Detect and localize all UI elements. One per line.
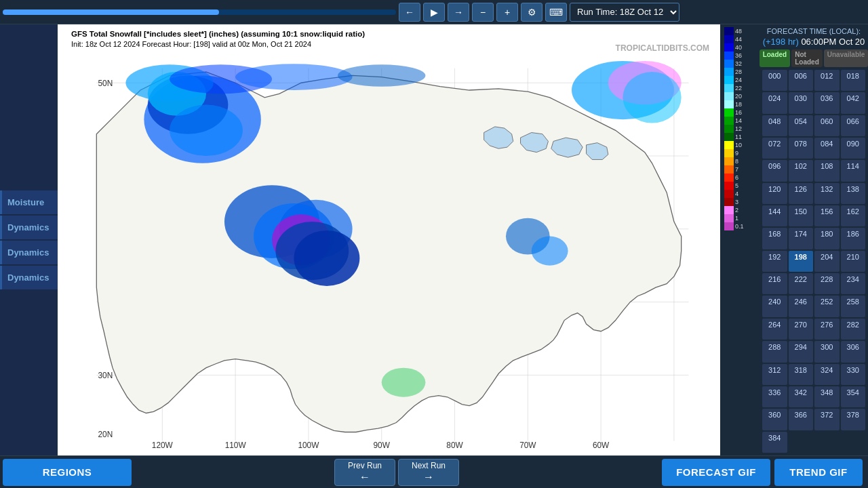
forecast-hour-cell[interactable]: 000 — [762, 70, 787, 91]
svg-point-44 — [382, 368, 426, 397]
forecast-hour-cell[interactable]: 048 — [762, 115, 787, 136]
sidebar-item-moisture[interactable]: Moisture — [0, 190, 58, 214]
forecast-hour-cell[interactable]: 216 — [762, 273, 787, 294]
zoom-in-button[interactable]: + — [496, 3, 518, 22]
regions-button[interactable]: REGIONS — [3, 459, 132, 486]
forecast-hour-cell[interactable]: 060 — [814, 115, 840, 136]
forecast-time-value: (+198 hr) 06:00PM Oct 20 — [762, 37, 865, 47]
scale-row: 12 — [724, 125, 741, 133]
forecast-hour-cell[interactable]: 246 — [789, 296, 814, 317]
forecast-hour-cell[interactable]: 174 — [789, 228, 814, 249]
forecast-hour-cell[interactable]: 126 — [789, 183, 814, 204]
scale-color-box — [724, 133, 734, 141]
forecast-hour-cell[interactable]: 084 — [814, 138, 840, 159]
next-run-button[interactable]: Next Run → — [398, 459, 459, 486]
forecast-hour-cell[interactable]: 318 — [789, 364, 814, 385]
forecast-hour-cell[interactable]: 372 — [814, 409, 840, 430]
scale-label: 18 — [735, 101, 742, 108]
forecast-hour-cell[interactable]: 378 — [841, 409, 866, 430]
forecast-hour-cell[interactable]: 186 — [841, 228, 866, 249]
forecast-hour-cell[interactable]: 096 — [762, 160, 787, 181]
forecast-hour-cell[interactable]: 114 — [841, 160, 866, 181]
forecast-hour-cell[interactable]: 030 — [789, 92, 814, 113]
forecast-hour-cell[interactable]: 138 — [841, 183, 866, 204]
scale-color-box — [724, 198, 734, 206]
scale-label: 22 — [735, 85, 742, 92]
forecast-hour-cell[interactable]: 078 — [789, 138, 814, 159]
sidebar-item-dynamics2[interactable]: Dynamics — [0, 241, 58, 264]
forecast-hour-cell[interactable]: 204 — [814, 251, 840, 272]
forecast-hour-cell[interactable]: 300 — [814, 341, 840, 362]
sidebar-item-dynamics3[interactable]: Dynamics — [0, 266, 58, 289]
forecast-hour-cell[interactable]: 312 — [762, 364, 787, 385]
forecast-hour-cell[interactable]: 222 — [789, 273, 814, 294]
forecast-hour-cell[interactable]: 270 — [789, 319, 814, 340]
scale-row: 20 — [724, 92, 741, 100]
scale-color-box — [724, 108, 734, 117]
forecast-hour-cell[interactable]: 090 — [841, 138, 866, 159]
forecast-hour-cell[interactable]: 348 — [814, 386, 840, 407]
map-container[interactable]: GFS Total Snowfall [*includes sleet*] (i… — [58, 24, 720, 455]
forecast-hour-cell[interactable]: 354 — [841, 386, 866, 407]
sidebar-item-dynamics1[interactable]: Dynamics — [0, 216, 58, 239]
svg-text:80W: 80W — [446, 441, 463, 450]
forecast-hour-cell[interactable]: 258 — [841, 296, 866, 317]
forecast-hour-cell[interactable]: 180 — [814, 228, 840, 249]
forecast-hour-cell[interactable]: 366 — [789, 409, 814, 430]
forecast-hour-cell[interactable]: 330 — [841, 364, 866, 385]
forecast-hour-cell[interactable]: 144 — [762, 205, 787, 226]
forecast-hour-cell[interactable]: 294 — [789, 341, 814, 362]
forecast-hour-cell[interactable]: 006 — [789, 70, 814, 91]
keyboard-button[interactable]: ⌨ — [545, 3, 567, 22]
forecast-hour-cell[interactable]: 234 — [841, 273, 866, 294]
forecast-hour-cell[interactable]: 276 — [814, 319, 840, 340]
prev-frame-button[interactable]: ← — [399, 3, 420, 22]
scale-color-box — [724, 157, 734, 165]
play-button[interactable]: ▶ — [423, 3, 445, 22]
forecast-gif-button[interactable]: FORECAST GIF — [662, 459, 770, 486]
forecast-hour-cell[interactable]: 324 — [814, 364, 840, 385]
run-time-select[interactable]: Run Time: 18Z Oct 12Run Time: 12Z Oct 12… — [570, 3, 679, 22]
forecast-hour-cell[interactable]: 102 — [789, 160, 814, 181]
scale-row: 11 — [724, 133, 741, 141]
forecast-hour-cell[interactable]: 018 — [841, 70, 866, 91]
settings-button[interactable]: ⚙ — [521, 3, 542, 22]
zoom-out-button[interactable]: − — [472, 3, 494, 22]
scale-color-box — [724, 190, 734, 198]
trend-gif-button[interactable]: TREND GIF — [774, 459, 863, 486]
forecast-hour-cell[interactable]: 240 — [762, 296, 787, 317]
scale-label: 0.1 — [735, 223, 744, 230]
forecast-hour-cell[interactable]: 156 — [814, 205, 840, 226]
progress-bar[interactable] — [3, 9, 396, 15]
forecast-hour-cell[interactable]: 228 — [814, 273, 840, 294]
forecast-hour-cell[interactable]: 042 — [841, 92, 866, 113]
forecast-hour-cell[interactable]: 288 — [762, 341, 787, 362]
forecast-hour-cell[interactable]: 162 — [841, 205, 866, 226]
forecast-hour-cell[interactable]: 342 — [789, 386, 814, 407]
forecast-hour-cell[interactable]: 252 — [814, 296, 840, 317]
forecast-hour-cell[interactable]: 198 — [789, 251, 814, 272]
forecast-hour-cell[interactable]: 120 — [762, 183, 787, 204]
forecast-hour-cell[interactable]: 282 — [841, 319, 866, 340]
forecast-hour-cell[interactable]: 168 — [762, 228, 787, 249]
forecast-hour-cell[interactable]: 150 — [789, 205, 814, 226]
forecast-hour-cell[interactable]: 306 — [841, 341, 866, 362]
forecast-hour-cell[interactable]: 192 — [762, 251, 787, 272]
scale-color-box — [724, 222, 734, 230]
forecast-hour-cell[interactable]: 036 — [814, 92, 840, 113]
forecast-hour-cell[interactable]: 024 — [762, 92, 787, 113]
next-frame-button[interactable]: → — [448, 3, 469, 22]
forecast-hour-cell[interactable]: 264 — [762, 319, 787, 340]
scale-color-box — [724, 125, 734, 133]
forecast-hour-cell[interactable]: 108 — [814, 160, 840, 181]
forecast-hour-cell[interactable]: 132 — [814, 183, 840, 204]
forecast-hour-cell[interactable]: 360 — [762, 409, 787, 430]
forecast-hour-cell[interactable]: 336 — [762, 386, 787, 407]
forecast-hour-cell[interactable]: 054 — [789, 115, 814, 136]
forecast-hour-cell[interactable]: 384 — [762, 432, 787, 453]
forecast-hour-cell[interactable]: 012 — [814, 70, 840, 91]
forecast-hour-cell[interactable]: 210 — [841, 251, 866, 272]
prev-run-button[interactable]: Prev Run ← — [334, 459, 395, 486]
forecast-hour-cell[interactable]: 066 — [841, 115, 866, 136]
forecast-hour-cell[interactable]: 072 — [762, 138, 787, 159]
